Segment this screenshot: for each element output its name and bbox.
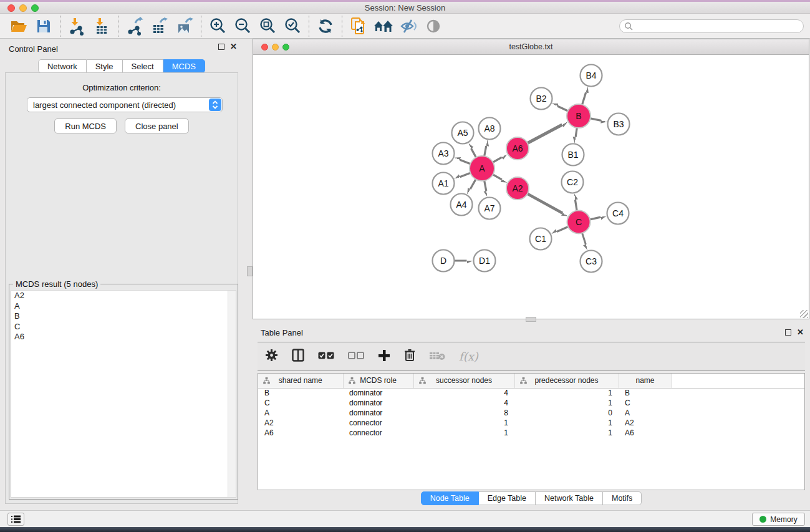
tab-select[interactable]: Select xyxy=(123,59,163,73)
close-table-panel-icon[interactable]: ✕ xyxy=(797,329,804,336)
table-cell[interactable]: 1 xyxy=(413,418,514,428)
zoom-out-button[interactable] xyxy=(230,16,255,36)
import-table-icon xyxy=(92,17,111,36)
float-table-panel-icon[interactable] xyxy=(785,329,791,336)
deselect-all-icon xyxy=(348,352,364,360)
network-window-titlebar[interactable]: testGlobe.txt xyxy=(253,39,809,55)
table-cell[interactable]: 1 xyxy=(514,398,619,408)
table-cell[interactable]: 1 xyxy=(514,428,619,438)
search-input[interactable] xyxy=(619,19,804,33)
splitter-handle-bottom[interactable] xyxy=(526,317,536,322)
run-mcds-button[interactable]: Run MCDS xyxy=(54,118,117,133)
settings-gear-button[interactable] xyxy=(265,349,278,364)
zoom-selected-button[interactable] xyxy=(280,16,305,36)
import-table-button[interactable] xyxy=(89,16,114,36)
table-cell[interactable]: dominator xyxy=(343,408,413,418)
column-header-name[interactable]: name xyxy=(619,374,672,388)
network-canvas[interactable]: B4B2BB3A8A5A6A3B1AC2A1A2A4A7C4CC1DD1C3 xyxy=(253,56,809,319)
settings-gear-icon xyxy=(265,349,278,362)
node-table-grid[interactable]: shared nameMCDS rolesuccessor nodesprede… xyxy=(258,374,805,438)
control-panel-title: Control Panel xyxy=(9,44,58,54)
copy-network-button[interactable] xyxy=(346,16,371,36)
result-list-item[interactable]: A xyxy=(11,301,236,312)
tab-node-table[interactable]: Node Table xyxy=(421,491,479,505)
window-resize-grip[interactable] xyxy=(800,310,808,318)
table-cell[interactable]: dominator xyxy=(343,398,413,408)
splitter-handle-left[interactable] xyxy=(247,266,253,276)
show-panel-button[interactable] xyxy=(421,16,446,36)
result-list-item[interactable]: A6 xyxy=(11,332,236,342)
tab-edge-table[interactable]: Edge Table xyxy=(479,491,536,505)
graph-node-label: A4 xyxy=(456,200,466,210)
table-cell[interactable]: 1 xyxy=(514,388,619,398)
mcds-result-list[interactable]: A2ABCA6 xyxy=(11,290,236,498)
memory-button[interactable]: Memory xyxy=(752,513,805,526)
table-cell[interactable]: C xyxy=(258,398,343,408)
table-cell[interactable]: A2 xyxy=(619,418,672,428)
table-cell[interactable]: A xyxy=(619,408,672,418)
result-list-item[interactable]: C xyxy=(11,322,236,332)
tab-network[interactable]: Network xyxy=(38,59,87,73)
float-panel-icon[interactable] xyxy=(218,44,224,50)
table-cell[interactable]: A6 xyxy=(258,428,343,438)
table-cell[interactable]: A xyxy=(258,408,343,418)
hide-panel-button[interactable] xyxy=(396,16,421,36)
export-image-button[interactable] xyxy=(172,16,197,36)
table-cell[interactable]: connector xyxy=(343,418,413,428)
close-panel-icon[interactable]: ✕ xyxy=(230,44,237,50)
column-header-predecessor-nodes[interactable]: predecessor nodes xyxy=(514,374,619,388)
export-network-button[interactable] xyxy=(122,16,147,36)
table-row[interactable]: Bdominator41B xyxy=(258,388,805,398)
criterion-dropdown[interactable]: largest connected component (directed) xyxy=(27,97,223,112)
result-list-item[interactable]: A2 xyxy=(11,291,236,301)
refresh-layout-button[interactable] xyxy=(313,16,338,36)
column-header-successor-nodes[interactable]: successor nodes xyxy=(413,374,514,388)
table-cell[interactable]: connector xyxy=(343,428,413,438)
deselect-all-button[interactable] xyxy=(348,351,364,362)
result-list-scrollbar[interactable] xyxy=(228,291,236,497)
home-button[interactable] xyxy=(371,16,396,36)
zoom-in-button[interactable] xyxy=(205,16,230,36)
table-row[interactable]: Adominator80A xyxy=(258,408,805,418)
zoom-fit-button[interactable] xyxy=(255,16,280,36)
table-cell[interactable]: B xyxy=(258,388,343,398)
table-cell[interactable]: 8 xyxy=(413,408,514,418)
task-history-button[interactable] xyxy=(7,513,24,526)
table-cell[interactable]: 4 xyxy=(413,398,514,408)
column-header-shared-name[interactable]: shared name xyxy=(258,374,343,388)
tab-motifs[interactable]: Motifs xyxy=(603,491,642,505)
export-image-icon xyxy=(175,17,194,36)
select-all-button[interactable] xyxy=(318,351,334,362)
import-network-button[interactable] xyxy=(64,16,89,36)
table-cell[interactable]: A2 xyxy=(258,418,343,428)
table-cell[interactable]: 4 xyxy=(413,388,514,398)
close-panel-button[interactable]: Close panel xyxy=(125,118,189,133)
open-session-button[interactable] xyxy=(6,16,31,36)
table-cell[interactable]: 1 xyxy=(514,418,619,428)
table-row[interactable]: Cdominator41C xyxy=(258,398,805,408)
graph-node-label: C4 xyxy=(612,208,624,218)
table-cell[interactable]: A6 xyxy=(619,428,672,438)
table-cell[interactable]: dominator xyxy=(343,388,413,398)
table-tabs: Node Table Edge Table Network Table Moti… xyxy=(253,491,810,505)
add-column-button[interactable] xyxy=(378,349,390,364)
result-list-item[interactable]: B xyxy=(11,311,236,322)
save-session-button[interactable] xyxy=(31,16,56,36)
table-cell[interactable]: B xyxy=(619,388,672,398)
table-row[interactable]: A2connector11A2 xyxy=(258,418,805,428)
table-row[interactable]: A6connector11A6 xyxy=(258,428,805,438)
graph-node-label: B1 xyxy=(567,150,578,160)
dropdown-stepper-icon xyxy=(209,99,221,111)
export-table-button[interactable] xyxy=(147,16,172,36)
delete-column-button[interactable] xyxy=(404,349,415,364)
tab-network-table[interactable]: Network Table xyxy=(536,491,603,505)
column-header-MCDS-role[interactable]: MCDS role xyxy=(343,374,413,388)
tab-style[interactable]: Style xyxy=(87,59,123,73)
tab-mcds[interactable]: MCDS xyxy=(163,59,205,73)
app-titlebar[interactable]: Session: New Session xyxy=(0,2,810,14)
show-panel-icon xyxy=(424,18,443,34)
table-cell[interactable]: C xyxy=(619,398,672,408)
table-cell[interactable]: 1 xyxy=(413,428,514,438)
split-panel-button[interactable] xyxy=(292,349,304,364)
table-cell[interactable]: 0 xyxy=(514,408,619,418)
